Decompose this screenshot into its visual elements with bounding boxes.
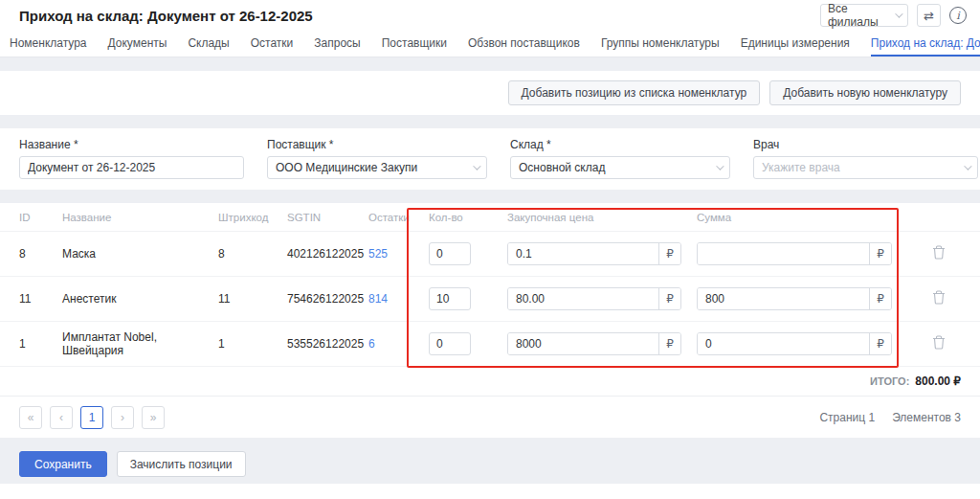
tab-units[interactable]: Единицы измерения — [741, 31, 850, 57]
supplier-select-value: ООО Медицинские Закупи — [276, 161, 417, 174]
save-button[interactable]: Сохранить — [19, 451, 107, 477]
col-stock: Остатки — [368, 212, 407, 223]
toolbar-panel: Добавить позицию из списка номенклатур Д… — [0, 71, 980, 115]
qty-input[interactable] — [429, 332, 471, 355]
supplier-select[interactable]: ООО Медицинские Закупи — [267, 156, 487, 179]
cell-sgtin: 754626122025 — [287, 292, 368, 306]
add-position-from-list-button[interactable]: Добавить позицию из списка номенклатур — [508, 80, 761, 105]
field-doctor: Врач Укажите врача — [753, 138, 978, 190]
cell-name: Имплантат Nobel, Швейцария — [62, 330, 218, 357]
ruble-icon: ₽ — [658, 333, 680, 354]
field-supplier: Поставщик * ООО Медицинские Закупи — [267, 138, 487, 190]
cell-name: Маска — [62, 247, 218, 261]
post-positions-button[interactable]: Зачислить позиции — [117, 451, 246, 477]
last-page-button[interactable]: » — [142, 406, 165, 429]
pager: « ‹ 1 › » — [19, 406, 165, 429]
delete-row-button[interactable] — [929, 287, 948, 310]
chevron-down-icon — [964, 162, 971, 170]
chevron-down-icon — [473, 162, 480, 170]
warehouse-select[interactable]: Основной склад — [510, 156, 730, 179]
trash-icon — [932, 245, 946, 260]
tab-supplier-calls[interactable]: Обзвон поставщиков — [468, 31, 580, 57]
tab-nomenclature[interactable]: Номенклатура — [10, 31, 87, 57]
cell-sgtin: 535526122025 — [287, 337, 368, 351]
bottom-actions: Сохранить Зачислить позиции — [0, 451, 980, 477]
col-id: ID — [19, 212, 62, 223]
total-value: 800.00 ₽ — [915, 374, 961, 388]
swap-arrows-icon: ⇄ — [924, 9, 934, 23]
delete-row-button[interactable] — [929, 242, 948, 265]
tab-warehouses[interactable]: Склады — [188, 31, 229, 57]
field-name: Название * — [19, 138, 244, 190]
branch-filter-value: Все филиалы — [828, 2, 895, 29]
cell-id: 1 — [19, 337, 62, 351]
ruble-icon: ₽ — [658, 288, 680, 309]
tab-documents[interactable]: Документы — [108, 31, 167, 57]
table-row: 8 Маска 8 402126122025 525 ₽ ₽ — [0, 232, 980, 277]
page-title: Приход на склад: Документ от 26-12-2025 — [19, 8, 313, 24]
current-page-button[interactable]: 1 — [80, 406, 103, 429]
qty-input[interactable] — [429, 242, 471, 265]
branch-filter-select[interactable]: Все филиалы — [820, 4, 908, 27]
price-input[interactable] — [508, 333, 658, 354]
doctor-select[interactable]: Укажите врача — [753, 156, 978, 179]
tab-nomenclature-groups[interactable]: Группы номенклатуры — [601, 31, 720, 57]
items-count: Элементов 3 — [892, 411, 961, 424]
sum-input[interactable] — [698, 243, 869, 264]
ruble-icon: ₽ — [658, 243, 680, 264]
tab-stocks[interactable]: Остатки — [251, 31, 294, 57]
field-supplier-label: Поставщик * — [267, 138, 487, 151]
add-new-nomenclature-button[interactable]: Добавить новую номенклатуру — [769, 80, 961, 105]
cell-barcode: 1 — [218, 337, 287, 351]
price-input[interactable] — [508, 243, 658, 264]
doctor-select-placeholder: Укажите врача — [762, 161, 840, 174]
info-button[interactable]: i — [949, 7, 967, 24]
pagination-row: « ‹ 1 › » Страниц 1 Элементов 3 — [0, 396, 980, 438]
bottom-strip — [0, 484, 980, 499]
name-input[interactable] — [19, 156, 244, 179]
delete-row-button[interactable] — [929, 332, 948, 355]
next-page-button[interactable]: › — [111, 406, 134, 429]
cell-barcode: 11 — [218, 292, 287, 306]
total-row: ИТОГО: 800.00 ₽ — [0, 367, 980, 396]
col-qty: Кол-во — [407, 212, 505, 223]
price-input-group: ₽ — [507, 332, 681, 355]
tab-suppliers[interactable]: Поставщики — [382, 31, 447, 57]
field-doctor-label: Врач — [753, 138, 978, 151]
chevron-down-icon — [895, 10, 902, 17]
cell-name: Анестетик — [62, 292, 218, 306]
price-input-group: ₽ — [507, 242, 681, 265]
top-bar: Приход на склад: Документ от 26-12-2025 … — [0, 0, 980, 31]
sum-input[interactable] — [698, 288, 869, 309]
stock-link[interactable]: 814 — [368, 292, 407, 306]
swap-arrows-button[interactable]: ⇄ — [917, 4, 941, 27]
document-form: Название * Поставщик * ООО Медицинские З… — [0, 128, 980, 190]
price-input-group: ₽ — [507, 287, 681, 310]
col-price: Закупочная цена — [505, 212, 695, 223]
warehouse-select-value: Основной склад — [519, 161, 605, 174]
qty-input[interactable] — [429, 287, 471, 310]
col-sgtin: SGTIN — [287, 212, 368, 223]
main-tabs: Номенклатура Документы Склады Остатки За… — [0, 31, 980, 57]
stock-link[interactable]: 6 — [368, 337, 407, 351]
prev-page-button[interactable]: ‹ — [50, 406, 73, 429]
sum-input-group: ₽ — [697, 287, 892, 310]
trash-icon — [932, 335, 946, 350]
positions-table: ID Название Штрихкод SGTIN Остатки Кол-в… — [0, 203, 980, 438]
chevron-down-icon — [716, 162, 724, 170]
ruble-icon: ₽ — [869, 243, 891, 264]
sum-input[interactable] — [698, 333, 869, 354]
tab-requests[interactable]: Запросы — [314, 31, 360, 57]
stock-link[interactable]: 525 — [368, 247, 407, 261]
pager-stats: Страниц 1 Элементов 3 — [819, 411, 961, 424]
table-header-row: ID Название Штрихкод SGTIN Остатки Кол-в… — [0, 203, 980, 232]
sum-input-group: ₽ — [697, 242, 892, 265]
price-input[interactable] — [508, 288, 658, 309]
cell-id: 8 — [19, 247, 62, 261]
ruble-icon: ₽ — [869, 333, 891, 354]
topbar-controls: Все филиалы ⇄ i — [820, 4, 967, 27]
trash-icon — [932, 290, 946, 305]
cell-sgtin: 402126122025 — [287, 247, 368, 261]
tab-warehouse-receipt[interactable]: Приход на склад: Документ от 26-12-2025 — [871, 31, 980, 57]
first-page-button[interactable]: « — [19, 406, 42, 429]
